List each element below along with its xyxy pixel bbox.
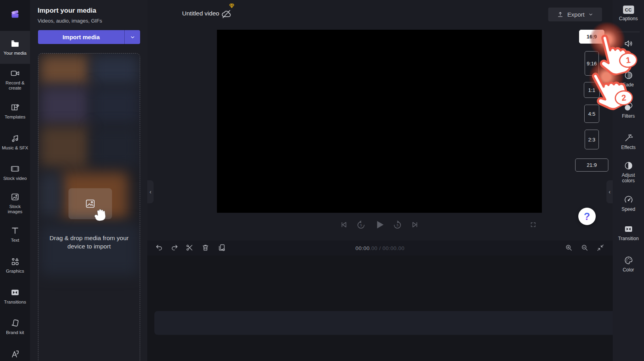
editor-stage: Untitled video Export 16:9 9:16 1:1 4:5 … bbox=[147, 0, 613, 241]
template-grid-icon bbox=[10, 103, 20, 112]
sidebar-item-label: Templates bbox=[4, 115, 26, 120]
current-time: 00:00 bbox=[355, 245, 370, 251]
sidebar-item-label: Stock video bbox=[2, 176, 27, 181]
blurred-thumbnail bbox=[91, 87, 139, 125]
app-logo[interactable] bbox=[0, 0, 30, 29]
blurred-thumbnail bbox=[40, 55, 90, 85]
media-dropzone[interactable]: Drag & drop media from your device to im… bbox=[38, 53, 140, 361]
timecode-display: 00:00.00 / 00:00.00 bbox=[147, 245, 613, 251]
panel-title: Import your media bbox=[38, 7, 96, 15]
zoom-in-button[interactable] bbox=[565, 244, 573, 253]
video-preview-canvas bbox=[217, 30, 542, 213]
magic-wand-icon bbox=[624, 133, 633, 143]
upload-icon bbox=[557, 11, 564, 18]
skip-to-end-button[interactable] bbox=[411, 220, 420, 229]
collapse-right-panel-button[interactable]: ‹ bbox=[606, 180, 613, 203]
collapse-left-panel-button[interactable]: ‹ bbox=[147, 180, 154, 203]
play-button[interactable] bbox=[374, 219, 386, 231]
sidebar-item-graphics[interactable]: Graphics bbox=[0, 250, 30, 281]
clipchamp-logo-icon bbox=[10, 10, 20, 19]
panel-subtitle: Videos, audio, images, GIFs bbox=[38, 18, 102, 24]
premium-gem-icon bbox=[229, 3, 235, 9]
import-media-button[interactable]: Import media bbox=[38, 30, 125, 44]
sidebar-item-your-media[interactable]: Your media bbox=[0, 31, 30, 64]
sidebar-item-label: Record & create bbox=[3, 80, 27, 91]
sidebar-item-label: Brand kit bbox=[5, 330, 25, 335]
sidebar-item-stock-video[interactable]: Stock video bbox=[0, 157, 30, 188]
tool-label: Color bbox=[623, 267, 634, 273]
import-media-split-button[interactable]: Import media bbox=[38, 30, 140, 44]
tool-transition[interactable]: Transition bbox=[613, 224, 644, 241]
dropzone-instructions: Drag & drop media from your device to im… bbox=[38, 234, 140, 250]
sidebar-item-label: Transitions bbox=[3, 300, 27, 305]
zoom-out-button[interactable] bbox=[581, 244, 589, 253]
clipchamp-editor: Your media Record & create Templates bbox=[0, 0, 644, 361]
aspect-ratio-21-9[interactable]: 21:9 bbox=[575, 159, 608, 172]
language-a-icon bbox=[10, 349, 20, 359]
sidebar-item-text[interactable]: Text bbox=[0, 219, 30, 250]
fullscreen-button[interactable] bbox=[529, 221, 537, 229]
forward-5s-button[interactable]: 5 bbox=[393, 220, 402, 229]
timeline-area[interactable] bbox=[147, 256, 613, 361]
help-button[interactable]: ? bbox=[578, 208, 596, 225]
empty-track-strip bbox=[154, 311, 613, 335]
total-time: / 00:00.00 bbox=[378, 245, 405, 251]
sidebar-item-label: Graphics bbox=[5, 269, 25, 274]
folder-icon bbox=[10, 39, 20, 48]
timeline-toolbar: 00:00.00 / 00:00.00 bbox=[147, 241, 613, 256]
tool-label: Filters bbox=[622, 113, 635, 119]
tool-effects[interactable]: Effects bbox=[613, 133, 644, 150]
tool-label: Transition bbox=[618, 236, 638, 241]
left-nav-rail: Your media Record & create Templates bbox=[0, 0, 30, 361]
sidebar-item-language[interactable] bbox=[0, 342, 30, 361]
half-circle-icon bbox=[624, 161, 633, 170]
project-title[interactable]: Untitled video bbox=[182, 10, 219, 17]
sidebar-item-record-create[interactable]: Record & create bbox=[0, 64, 30, 96]
sidebar-item-music-sfx[interactable]: Music & SFX bbox=[0, 126, 30, 157]
rewind-5s-button[interactable]: 5 bbox=[356, 220, 366, 229]
closed-captions-icon: CC bbox=[623, 6, 634, 14]
current-time-fraction: .00 bbox=[370, 245, 378, 251]
sidebar-item-stock-images[interactable]: Stock images bbox=[0, 188, 30, 219]
sidebar-item-label: Text bbox=[10, 238, 20, 243]
sidebar-item-templates[interactable]: Templates bbox=[0, 96, 30, 126]
tool-color[interactable]: Color bbox=[613, 256, 644, 273]
blurred-thumbnail bbox=[91, 126, 139, 168]
blurred-thumbnail bbox=[40, 126, 90, 168]
cloud-sync-off-icon[interactable] bbox=[221, 8, 232, 19]
blurred-thumbnail bbox=[40, 87, 90, 125]
video-camera-icon bbox=[10, 69, 20, 78]
chevron-down-icon bbox=[588, 12, 593, 17]
shapes-icon bbox=[10, 257, 20, 266]
tool-captions[interactable]: CC Captions bbox=[613, 6, 644, 21]
picture-icon bbox=[10, 192, 20, 202]
tool-speed[interactable]: Speed bbox=[613, 195, 644, 212]
blurred-thumbnail bbox=[91, 55, 139, 85]
sidebar-item-brand-kit[interactable]: Brand kit bbox=[0, 311, 30, 342]
palette-icon bbox=[624, 256, 633, 265]
svg-text:5: 5 bbox=[360, 223, 362, 227]
tool-label: Adjust colors bbox=[617, 172, 640, 183]
blurred-thumbnail bbox=[40, 173, 61, 217]
transition-bowtie-icon bbox=[624, 224, 633, 234]
import-options-dropdown[interactable] bbox=[125, 30, 140, 44]
tool-label: Effects bbox=[621, 145, 635, 150]
question-mark: ? bbox=[584, 210, 590, 223]
aspect-ratio-2-3[interactable]: 2:3 bbox=[585, 130, 599, 149]
tool-adjust-colors[interactable]: Adjust colors bbox=[613, 161, 644, 183]
film-frame-icon bbox=[10, 164, 20, 174]
svg-text:5: 5 bbox=[397, 223, 399, 227]
import-media-panel: Import your media Videos, audio, images,… bbox=[30, 0, 147, 361]
sidebar-item-label: Music & SFX bbox=[1, 145, 29, 151]
sidebar-item-label: Your media bbox=[3, 51, 27, 56]
letter-t-icon bbox=[10, 226, 20, 235]
speedometer-icon bbox=[624, 195, 633, 204]
sidebar-item-transitions[interactable]: Transitions bbox=[0, 281, 30, 311]
sidebar-item-label: Stock images bbox=[5, 204, 25, 214]
transition-bowtie-icon bbox=[10, 288, 20, 297]
export-label: Export bbox=[567, 11, 584, 18]
tool-label: Speed bbox=[621, 206, 635, 212]
export-button[interactable]: Export bbox=[548, 8, 602, 21]
skip-to-start-button[interactable] bbox=[339, 220, 348, 229]
zoom-to-fit-button[interactable] bbox=[597, 244, 604, 253]
